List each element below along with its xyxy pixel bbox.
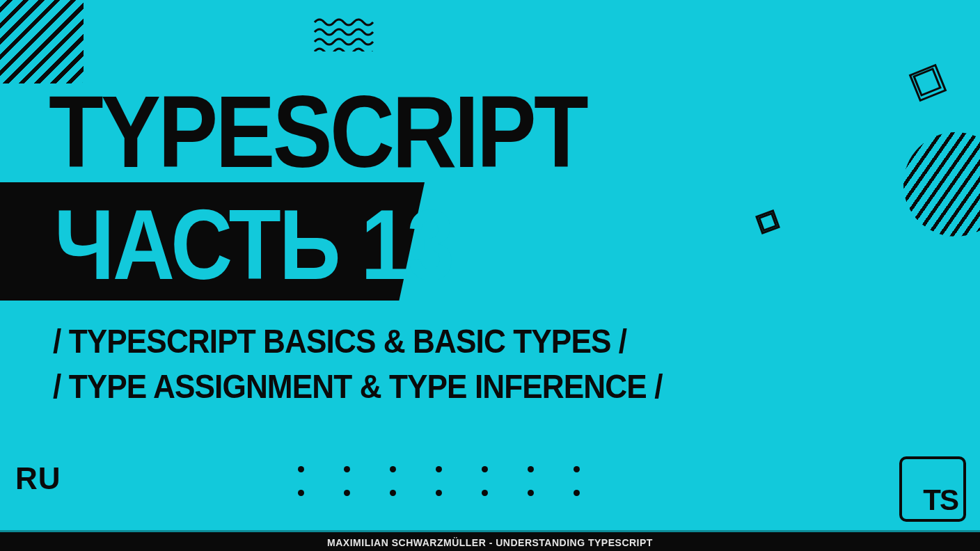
footer-text: MAXIMILIAN SCHWARZMÜLLER - UNDERSTANDING… (327, 536, 653, 548)
title-slide: TYPESCRIPT ЧАСТЬ 13 / TYPESCRIPT BASICS … (0, 0, 980, 551)
footer-bar: MAXIMILIAN SCHWARZMÜLLER - UNDERSTANDING… (0, 530, 980, 551)
diagonal-stripes-decoration (0, 0, 84, 83)
waves-decoration-icon (313, 17, 376, 51)
part-banner: ЧАСТЬ 13 (0, 182, 425, 301)
typescript-logo-icon: TS (899, 456, 966, 522)
dot-grid-decoration (298, 466, 580, 497)
striped-circle-decoration (903, 132, 980, 237)
main-title: TYPESCRIPT (49, 73, 586, 191)
typescript-logo-text: TS (923, 486, 958, 515)
part-text: ЧАСТЬ 13 (54, 187, 452, 302)
language-label: RU (15, 461, 61, 496)
subtitle-line-1: / TYPESCRIPT BASICS & BASIC TYPES / (53, 322, 626, 360)
subtitle-line-2: / TYPE ASSIGNMENT & TYPE INFERENCE / (53, 367, 663, 406)
